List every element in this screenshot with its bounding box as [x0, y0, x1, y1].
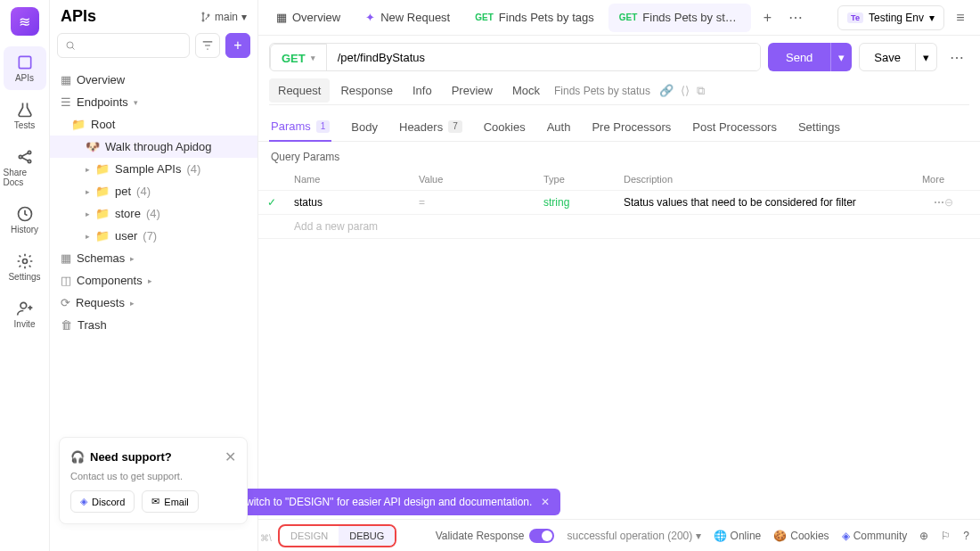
- app-logo: ≋: [11, 7, 39, 36]
- subtab-mock[interactable]: Mock: [503, 78, 549, 103]
- community-link[interactable]: ◈Community: [842, 530, 908, 542]
- tab-add[interactable]: +: [755, 5, 780, 30]
- rail-tests[interactable]: Tests: [4, 94, 46, 137]
- method-selector[interactable]: GET ▾: [270, 44, 327, 71]
- tab-finds-status[interactable]: GETFinds Pets by stat...: [608, 4, 752, 32]
- ptab-cookies[interactable]: Cookies: [482, 113, 527, 141]
- tree-trash[interactable]: 🗑Trash: [50, 314, 257, 336]
- svg-point-9: [208, 14, 209, 16]
- filter-button[interactable]: [195, 33, 220, 58]
- tab-overview[interactable]: ▦Overview: [265, 4, 351, 32]
- svg-point-2: [28, 151, 30, 153]
- tree-walk[interactable]: 🐶Walk through Apidog: [50, 136, 257, 158]
- tree-label: user: [115, 229, 137, 243]
- search-input[interactable]: [57, 33, 190, 58]
- save-caret[interactable]: ▾: [916, 43, 937, 71]
- mode-toggle: DESIGN DEBUG: [278, 524, 396, 547]
- api-icon: [16, 53, 34, 71]
- subtab-preview[interactable]: Preview: [443, 78, 502, 103]
- ptab-pre[interactable]: Pre Processors: [590, 113, 673, 141]
- save-button[interactable]: Save: [859, 43, 916, 71]
- send-button[interactable]: Send: [768, 43, 830, 71]
- tree-endpoints[interactable]: ☰Endpoints▾: [50, 91, 257, 113]
- ptab-badge: 1: [316, 120, 331, 133]
- svg-point-1: [19, 155, 21, 158]
- tree-pet[interactable]: ▸📁pet(4): [50, 180, 257, 202]
- param-more[interactable]: ⋯: [891, 196, 944, 209]
- kbd-hint: ⌘\: [260, 533, 272, 543]
- param-name[interactable]: status: [294, 196, 419, 209]
- nav-rail: ≋ APIs Tests Share Docs History Settings…: [0, 0, 50, 551]
- rail-history[interactable]: History: [4, 198, 46, 242]
- svg-rect-0: [19, 56, 30, 68]
- tab-finds-tags[interactable]: GETFinds Pets by tags: [464, 4, 605, 32]
- branch-selector[interactable]: main ▾: [200, 11, 247, 23]
- env-selector[interactable]: Te Testing Env ▾: [837, 5, 944, 30]
- ptab-body[interactable]: Body: [349, 113, 380, 141]
- help-icon[interactable]: ?: [963, 530, 969, 542]
- tree-label: Schemas: [77, 251, 125, 265]
- ptab-settings[interactable]: Settings: [796, 113, 842, 141]
- tree-store[interactable]: ▸📁store(4): [50, 202, 257, 225]
- col-type: Type: [543, 174, 624, 185]
- tree-components[interactable]: ◫Components▸: [50, 269, 257, 292]
- rail-settings[interactable]: Settings: [4, 245, 46, 289]
- tree-label: Requests: [76, 296, 125, 309]
- tip-close[interactable]: ✕: [541, 496, 550, 508]
- subtab-response[interactable]: Response: [331, 78, 402, 103]
- ptab-auth[interactable]: Auth: [545, 113, 573, 141]
- tree-root[interactable]: 📁Root: [50, 113, 257, 136]
- response-status[interactable]: successful operation (200) ▾: [567, 530, 700, 542]
- ptab-headers[interactable]: Headers7: [397, 113, 464, 141]
- add-button[interactable]: +: [225, 33, 250, 58]
- tab-new-request[interactable]: ✦New Request: [355, 4, 461, 32]
- tree-user[interactable]: ▸📁user(7): [50, 225, 257, 247]
- tab-label: Finds Pets by tags: [499, 11, 594, 24]
- subtab-request[interactable]: Request: [269, 78, 330, 103]
- support-close[interactable]: ✕: [225, 448, 236, 465]
- tab-more[interactable]: ⋯: [783, 5, 808, 30]
- svg-point-3: [28, 160, 30, 162]
- breadcrumb: Finds Pets by status: [554, 85, 650, 97]
- send-caret[interactable]: ▾: [830, 43, 852, 71]
- param-desc[interactable]: Status values that need to be considered…: [624, 196, 891, 209]
- check-icon[interactable]: ✓: [267, 196, 294, 209]
- bookmark-icon[interactable]: ⚐: [941, 530, 951, 542]
- email-button[interactable]: ✉Email: [142, 490, 199, 513]
- rail-share[interactable]: Share Docs: [4, 141, 46, 194]
- param-row-new[interactable]: [258, 215, 980, 239]
- link-icon[interactable]: 🔗: [659, 84, 674, 98]
- validate-switch[interactable]: [529, 529, 554, 543]
- env-chip: Te: [847, 12, 863, 23]
- param-row[interactable]: ✓ status = string Status values that nee…: [258, 191, 980, 215]
- copy-icon[interactable]: ⧉: [697, 84, 705, 98]
- notification-icon[interactable]: ⊕: [919, 530, 928, 542]
- param-tabs: Params1 Body Headers7 Cookies Auth Pre P…: [258, 107, 980, 142]
- ptab-post[interactable]: Post Processors: [690, 113, 779, 141]
- param-value[interactable]: =: [419, 196, 543, 209]
- code-icon[interactable]: ⟨⟩: [681, 84, 690, 98]
- url-more[interactable]: ⋯: [944, 45, 969, 70]
- param-delete[interactable]: ⊖: [944, 196, 971, 209]
- mode-design[interactable]: DESIGN: [280, 526, 339, 546]
- env-settings[interactable]: ≡: [948, 5, 973, 30]
- email-icon: ✉: [151, 496, 159, 507]
- url-input[interactable]: [327, 44, 760, 70]
- tree-overview[interactable]: ▦Overview: [50, 69, 257, 91]
- tree-schemas[interactable]: ▦Schemas▸: [50, 247, 257, 269]
- mode-debug[interactable]: DEBUG: [339, 526, 395, 546]
- rail-invite[interactable]: Invite: [4, 292, 46, 336]
- ptab-params[interactable]: Params1: [269, 112, 331, 142]
- new-param-input[interactable]: [294, 220, 419, 233]
- tree-label: Components: [77, 274, 143, 287]
- subtab-info[interactable]: Info: [404, 78, 441, 103]
- cookies-link[interactable]: 🍪Cookies: [773, 530, 829, 542]
- tree-sample[interactable]: ▸📁Sample APIs(4): [50, 158, 257, 180]
- gear-icon: [16, 252, 34, 270]
- validate-response: Validate Response: [436, 529, 555, 543]
- rail-apis[interactable]: APIs: [4, 46, 46, 90]
- online-link[interactable]: 🌐Online: [714, 530, 762, 542]
- param-type[interactable]: string: [543, 196, 624, 209]
- discord-button[interactable]: ◈Discord: [70, 490, 135, 513]
- tree-requests[interactable]: ⟳Requests▸: [50, 292, 257, 314]
